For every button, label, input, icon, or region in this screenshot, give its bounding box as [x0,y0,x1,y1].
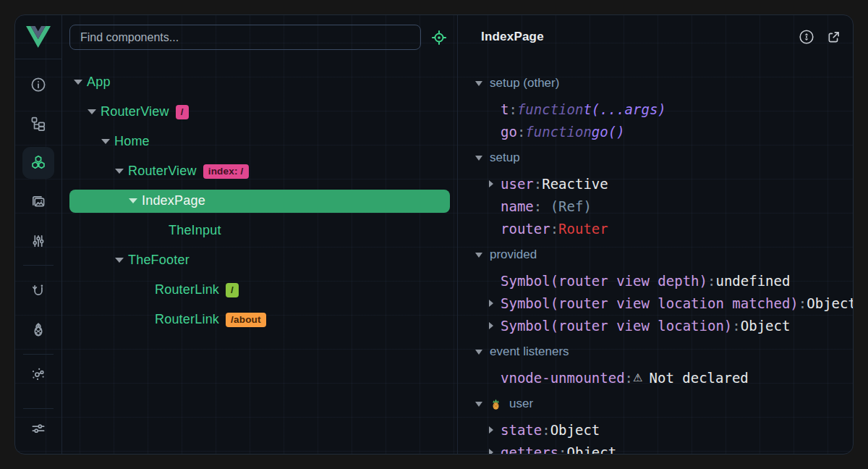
sidebar-item-settings[interactable] [19,409,58,448]
collapse-icon [475,81,482,86]
route-badge: / [226,283,239,297]
collapse-icon [475,156,482,161]
state-row-getters[interactable]: getters : Object [458,441,853,455]
state-key: name [501,198,534,214]
collapse-icon [475,253,482,258]
section-label: setup [490,151,520,165]
info-icon [30,76,47,93]
state-key: Symbol(router view location) [501,318,732,334]
state-row-vnode-unmounted: vnode-unmounted : ⚠Not declared [458,367,853,389]
settings-icon [30,420,47,437]
section-header-user[interactable]: user [458,393,853,415]
pinia-icon [30,321,47,338]
search-row [63,15,456,59]
state-value: Object [550,422,600,438]
sidebar-item-overview[interactable] [19,65,58,104]
route-badge: /about [226,313,266,327]
tree-node-theinput[interactable]: TheInput [69,216,450,245]
page-tree-icon [30,115,47,132]
sidebar-item-timeline[interactable] [19,221,58,261]
state-row-router: router : Router [458,218,853,240]
function-signature: go() [592,124,625,140]
scroll-to-component-button[interactable] [798,28,815,46]
state-row-symbol-router-view-location-matched-[interactable]: Symbol(router view location matched) : O… [458,292,853,315]
open-external-icon [825,29,842,46]
function-keyword: function [525,124,592,140]
collapse-icon [475,350,482,355]
state-value: Object [567,444,617,454]
tree-node-indexpage[interactable]: IndexPage [69,190,450,213]
function-keyword: function [517,101,584,117]
section-label: user [509,397,533,411]
key-value-separator: : [517,124,525,140]
key-value-separator: : [625,370,633,386]
vue-logo [15,15,61,59]
router-icon [30,282,47,299]
expand-arrow-icon[interactable] [489,300,501,307]
search-input[interactable] [69,25,421,50]
state-row-user[interactable]: user : Reactive [458,173,853,195]
component-name: RouterView [101,104,169,119]
inspector-panel: IndexPage setup (other)t : function t(..… [457,15,853,454]
inspector-title: IndexPage [481,30,544,44]
tree-node-routerlink[interactable]: RouterLink/about [69,305,450,334]
state-value: Object [741,318,791,334]
expand-arrow-icon[interactable] [489,426,501,434]
state-value: Not declared [650,370,749,386]
tree-node-app[interactable]: App [69,67,450,97]
tree-node-routerview[interactable]: RouterView/ [69,97,450,127]
sidebar-item-components[interactable] [19,143,58,182]
section-header-provided[interactable]: provided [458,244,853,266]
component-name: TheInput [169,223,221,238]
expand-toggle-icon[interactable] [115,258,128,263]
state-row-symbol-router-view-location-[interactable]: Symbol(router view location) : Object [458,315,853,337]
component-name: App [87,75,111,90]
tree-node-routerlink[interactable]: RouterLink/ [69,275,450,305]
expand-arrow-icon[interactable] [489,322,501,329]
inspect-element-button[interactable] [427,26,451,49]
sidebar-item-assets[interactable] [19,182,58,221]
key-value-separator: : [534,198,542,214]
section-header-setup[interactable]: setup [458,147,853,169]
open-in-editor-button[interactable] [825,28,842,46]
expand-toggle-icon[interactable] [74,80,87,85]
inspector-header: IndexPage [458,15,853,59]
state-value: Router [558,221,608,237]
state-value: Object [807,295,853,311]
route-badge: index: / [203,164,249,179]
state-value: Reactive [542,176,608,192]
component-name: IndexPage [142,193,205,208]
tree-node-routerview[interactable]: RouterViewindex: / [69,156,450,186]
state-key: go [501,124,517,140]
timeline-icon [30,232,47,250]
expand-arrow-icon[interactable] [489,180,501,187]
state-key: vnode-unmounted [501,370,625,386]
sidebar-item-pages[interactable] [19,104,58,143]
state-key: Symbol(router view location matched) [501,295,799,311]
section-label: provided [490,248,537,262]
state-row-state[interactable]: state : Object [458,419,853,441]
state-row-name: name : (Ref) [458,195,853,218]
section-header-setup-other-[interactable]: setup (other) [458,72,853,94]
sidebar-item-pinia[interactable] [19,310,58,349]
expand-toggle-icon[interactable] [101,139,114,144]
component-name: RouterLink [155,282,219,297]
state-key: user [501,176,534,192]
expand-toggle-icon[interactable] [129,198,142,203]
tree-node-home[interactable]: Home [69,127,450,156]
pinia-store-icon [490,398,502,410]
tree-node-thefooter[interactable]: TheFooter [69,245,450,275]
sidebar-item-graph[interactable] [19,355,58,394]
state-key: router [501,221,550,237]
key-value-separator: : [542,422,550,438]
component-name: TheFooter [128,253,190,268]
component-name: Home [114,134,150,149]
state-row-symbol-router-view-depth-: Symbol(router view depth) : undefined [458,270,853,292]
expand-toggle-icon[interactable] [115,169,128,174]
expand-toggle-icon[interactable] [88,109,101,114]
section-label: setup (other) [490,76,559,90]
state-value: undefined [715,273,790,289]
expand-arrow-icon[interactable] [489,449,501,454]
section-header-event-listeners[interactable]: event listeners [458,341,853,363]
sidebar-item-router[interactable] [19,271,58,310]
